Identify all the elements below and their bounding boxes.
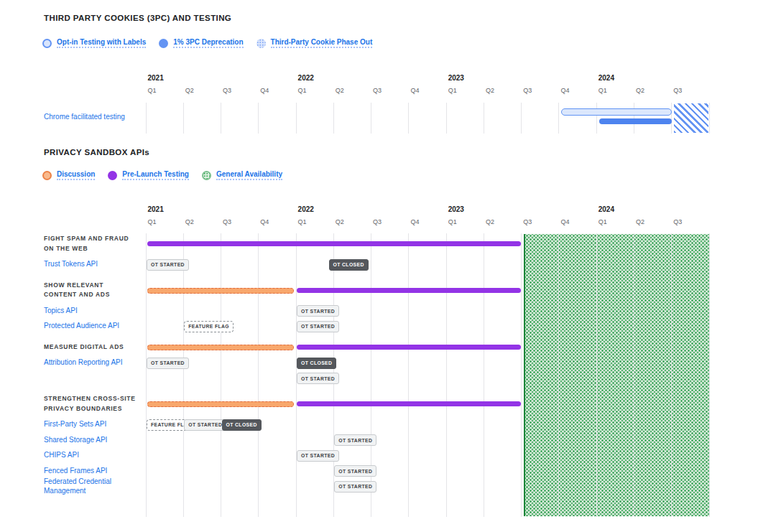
quarter-label: Q2 xyxy=(185,218,194,225)
api-link-attribution-reporting-api[interactable]: Attribution Reporting API xyxy=(44,358,141,367)
year-label: 2024 xyxy=(598,205,614,213)
gridline xyxy=(709,233,710,517)
quarter-label: Q2 xyxy=(185,87,194,94)
api-link-shared-storage-api[interactable]: Shared Storage API xyxy=(44,435,141,444)
year-label: 2023 xyxy=(448,205,464,213)
gridline xyxy=(446,103,447,134)
legend-label: General Availability xyxy=(216,170,282,180)
api-link-chips-api[interactable]: CHIPS API xyxy=(44,450,141,459)
bar-pre-launch-testing xyxy=(297,345,521,350)
legend-label: Opt-in Testing with Labels xyxy=(57,38,146,48)
gridline xyxy=(596,103,597,134)
quarter-label: Q1 xyxy=(598,218,607,225)
gridline xyxy=(558,233,559,517)
section-title-3pc: THIRD PARTY COOKIES (3PC) AND TESTING xyxy=(44,14,231,22)
api-link-first-party-sets-api[interactable]: First-Party Sets API xyxy=(44,419,141,429)
gridline xyxy=(146,233,147,517)
quarter-label: Q1 xyxy=(148,87,157,94)
group-heading: ON THE WEB xyxy=(44,244,88,254)
bar-pre-launch-testing xyxy=(147,241,521,246)
badge-ot-closed: OT CLOSED xyxy=(329,259,369,271)
gridline xyxy=(408,103,409,134)
quarter-label: Q3 xyxy=(373,218,382,225)
api-link-protected-audience-api[interactable]: Protected Audience API xyxy=(44,321,141,330)
quarter-label: Q4 xyxy=(560,218,569,225)
gridline xyxy=(371,103,371,134)
quarter-label: Q2 xyxy=(486,87,494,94)
quarter-label: Q3 xyxy=(223,87,231,94)
gridline xyxy=(296,103,297,134)
year-label: 2022 xyxy=(298,205,314,213)
quarter-label: Q3 xyxy=(523,87,532,94)
solid-purple-swatch-icon xyxy=(108,171,117,180)
gridline xyxy=(221,103,221,134)
legend-label: Third-Party Cookie Phase Out xyxy=(271,38,373,48)
gridline xyxy=(634,233,634,517)
legend-item-general-availability[interactable]: General Availability xyxy=(202,170,282,180)
api-link-trust-tokens-api[interactable]: Trust Tokens API xyxy=(44,259,141,269)
group-heading: PRIVACY BOUNDARIES xyxy=(44,404,122,414)
gridline xyxy=(446,233,447,517)
bar-discussion xyxy=(147,345,294,350)
quarter-label: Q3 xyxy=(223,218,231,225)
hatch-blue-swatch-icon xyxy=(256,39,266,48)
third-party-cookie-phase-out-region xyxy=(674,103,708,133)
quarter-label: Q1 xyxy=(598,87,607,94)
badge-ot-started: OT STARTED xyxy=(297,305,339,317)
badge-ot-started: OT STARTED xyxy=(297,373,339,384)
legend-apis: DiscussionPre-Launch TestingGeneral Avai… xyxy=(42,170,282,180)
badge-ot-started: OT STARTED xyxy=(334,465,376,477)
gridline xyxy=(521,103,522,134)
api-link-fenced-frames-api[interactable]: Fenced Frames API xyxy=(44,466,141,475)
legend-item-1-3pc-deprecation[interactable]: 1% 3PC Deprecation xyxy=(159,38,243,48)
badge-ot-closed: OT CLOSED xyxy=(222,419,262,431)
gridline xyxy=(333,103,334,134)
gridline xyxy=(183,233,184,517)
quarter-label: Q1 xyxy=(298,218,307,225)
gridline xyxy=(671,103,672,134)
gridline xyxy=(258,103,259,134)
year-label: 2021 xyxy=(148,205,164,213)
gridline xyxy=(671,233,672,517)
badge-ot-started: OT STARTED xyxy=(334,481,376,493)
quarter-label: Q3 xyxy=(673,87,682,94)
legend-item-opt-in-testing-with-labels[interactable]: Opt-in Testing with Labels xyxy=(42,38,146,48)
api-link-federated-credential-management[interactable]: Federated Credential Management xyxy=(44,477,141,495)
quarter-label: Q4 xyxy=(560,87,569,94)
gridline xyxy=(709,103,710,134)
bar-pre-launch-testing xyxy=(297,288,521,293)
legend-label: Pre-Launch Testing xyxy=(122,170,189,180)
legend-label: Discussion xyxy=(57,170,95,180)
year-label: 2021 xyxy=(148,74,164,82)
legend-label: 1% 3PC Deprecation xyxy=(173,38,243,48)
quarter-label: Q2 xyxy=(336,218,344,225)
gridline xyxy=(521,233,522,517)
api-link-topics-api[interactable]: Topics API xyxy=(44,306,141,315)
dot-green-swatch-icon xyxy=(202,171,211,180)
bar-discussion xyxy=(147,288,294,294)
legend-3pc: Opt-in Testing with Labels1% 3PC Depreca… xyxy=(42,38,372,48)
badge-ot-started: OT STARTED xyxy=(334,434,376,446)
quarter-label: Q1 xyxy=(298,87,307,94)
legend-item-pre-launch-testing[interactable]: Pre-Launch Testing xyxy=(108,170,189,180)
quarter-label: Q2 xyxy=(336,87,344,94)
general-availability-region xyxy=(524,234,710,516)
gridline xyxy=(558,103,559,134)
bar-pre-launch-testing xyxy=(297,401,521,406)
quarter-label: Q3 xyxy=(373,87,382,94)
gridline xyxy=(221,233,221,517)
bar-opt-in-testing-with-labels xyxy=(561,108,672,116)
gridline xyxy=(183,103,184,134)
quarter-label: Q2 xyxy=(486,218,494,225)
legend-item-discussion[interactable]: Discussion xyxy=(42,170,95,180)
timeline-row-label[interactable]: Chrome facilitated testing xyxy=(44,113,125,121)
quarter-label: Q4 xyxy=(260,87,269,94)
gridline xyxy=(146,103,147,134)
quarter-label: Q2 xyxy=(636,218,644,225)
quarter-label: Q3 xyxy=(673,218,682,225)
bar-1-3pc-deprecation xyxy=(599,118,673,124)
legend-item-third-party-cookie-phase-out[interactable]: Third-Party Cookie Phase Out xyxy=(256,38,373,48)
quarter-label: Q1 xyxy=(448,87,457,94)
badge-feature-flag: FEATURE FLAG xyxy=(184,321,234,332)
gridline xyxy=(484,103,484,134)
